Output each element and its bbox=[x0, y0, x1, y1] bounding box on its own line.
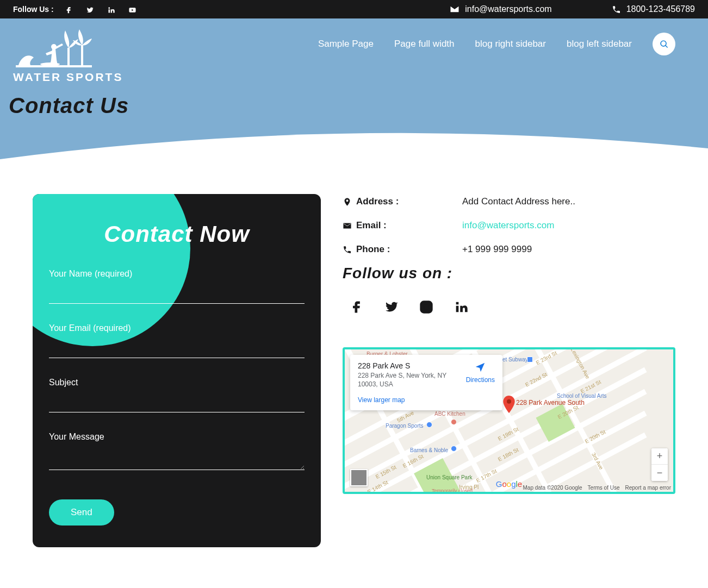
page-title: Contact Us bbox=[0, 84, 708, 118]
contact-form-card: Contact Now Your Name (required) Your Em… bbox=[33, 194, 321, 547]
map-data-attr[interactable]: Map data ©2020 Google bbox=[523, 485, 582, 491]
follow-us-label: Follow Us : bbox=[13, 5, 54, 14]
svg-point-2 bbox=[40, 62, 60, 66]
email-label: Your Email (required) bbox=[49, 323, 305, 333]
map-marker-icon bbox=[343, 197, 352, 207]
view-larger-map-link[interactable]: View larger map bbox=[358, 396, 495, 404]
map-zoom-controls: + − bbox=[651, 448, 668, 481]
email-label: Email : bbox=[356, 220, 387, 231]
phone-label: Phone : bbox=[356, 244, 390, 255]
envelope-icon bbox=[343, 221, 352, 230]
hero-curve bbox=[0, 129, 708, 162]
email-row: Email : info@watersports.com bbox=[343, 220, 675, 231]
youtube-icon[interactable] bbox=[128, 4, 136, 14]
facebook-icon[interactable] bbox=[65, 4, 73, 14]
map-directions-link[interactable]: Directions bbox=[466, 361, 495, 389]
top-social-icons bbox=[65, 4, 136, 14]
nav-page-full-width[interactable]: Page full width bbox=[394, 39, 455, 49]
site-logo[interactable]: WATER SPORTS bbox=[13, 26, 123, 84]
main-nav: Sample Page Page full width blog right s… bbox=[318, 26, 675, 55]
map-zoom-in-button[interactable]: + bbox=[651, 448, 668, 465]
nav-blog-right-sidebar[interactable]: blog right sidebar bbox=[475, 39, 546, 49]
map[interactable]: E 23rd St E 22nd St E 21st St E 20th St … bbox=[343, 347, 675, 494]
message-textarea[interactable] bbox=[49, 451, 305, 470]
hero-section: WATER SPORTS Sample Page Page full width… bbox=[0, 18, 708, 161]
twitter-icon[interactable] bbox=[86, 4, 94, 14]
map-terms-link[interactable]: Terms of Use bbox=[588, 485, 620, 491]
streetview-peg[interactable] bbox=[350, 469, 368, 486]
poi-label: Paragon Sports bbox=[386, 423, 424, 429]
map-pin-icon bbox=[503, 396, 515, 413]
poi-label: Temporarily closed bbox=[432, 488, 473, 493]
directions-icon bbox=[474, 361, 486, 373]
search-icon bbox=[660, 40, 669, 49]
name-input[interactable] bbox=[49, 287, 305, 304]
phone-icon bbox=[343, 245, 352, 254]
top-bar: Follow Us : info@watersports.com 1800-12… bbox=[0, 0, 708, 18]
phone-value: +1 999 999 9999 bbox=[462, 244, 675, 255]
contact-info-column: Address : Add Contact Address here.. Ema… bbox=[343, 194, 675, 494]
nav-row: WATER SPORTS Sample Page Page full width… bbox=[0, 18, 708, 84]
search-button[interactable] bbox=[653, 33, 675, 55]
poi-label: Union Square Park bbox=[426, 474, 473, 480]
twitter-icon[interactable] bbox=[384, 297, 399, 315]
topbar-phone[interactable]: 1800-123-456789 bbox=[612, 4, 695, 14]
address-label: Address : bbox=[356, 196, 399, 207]
poi-label: School of Visual Arts bbox=[557, 393, 607, 399]
email-input[interactable] bbox=[49, 342, 305, 358]
poi-label: ABC Kitchen bbox=[434, 411, 465, 417]
poi-label: Barnes & Noble bbox=[410, 447, 448, 453]
map-zoom-out-button[interactable]: − bbox=[651, 465, 668, 481]
follow-us-heading: Follow us on : bbox=[343, 265, 675, 282]
nav-sample-page[interactable]: Sample Page bbox=[318, 39, 374, 49]
subject-label: Subject bbox=[49, 378, 305, 387]
svg-point-6 bbox=[424, 304, 428, 309]
send-button[interactable]: Send bbox=[49, 499, 114, 526]
map-marker: 228 Park Avenue South bbox=[503, 396, 515, 415]
address-value: Add Contact Address here.. bbox=[462, 196, 675, 207]
logo-graphic bbox=[13, 26, 95, 70]
map-marker-label: 228 Park Avenue South bbox=[516, 399, 585, 406]
subject-input[interactable] bbox=[49, 396, 305, 412]
svg-point-7 bbox=[429, 303, 430, 304]
topbar-right: info@watersports.com 1800-123-456789 bbox=[450, 4, 695, 14]
phone-row: Phone : +1 999 999 9999 bbox=[343, 244, 675, 255]
linkedin-icon[interactable] bbox=[107, 4, 115, 14]
topbar-email-text: info@watersports.com bbox=[465, 4, 551, 14]
phone-icon bbox=[612, 5, 621, 14]
nav-blog-left-sidebar[interactable]: blog left sidebar bbox=[567, 39, 632, 49]
address-row: Address : Add Contact Address here.. bbox=[343, 196, 675, 207]
map-attribution: Map data ©2020 Google Terms of Use Repor… bbox=[523, 485, 671, 491]
social-links-large bbox=[343, 297, 675, 315]
svg-rect-4 bbox=[81, 45, 83, 65]
email-link[interactable]: info@watersports.com bbox=[462, 220, 675, 231]
name-label: Your Name (required) bbox=[49, 269, 305, 279]
map-report-link[interactable]: Report a map error bbox=[625, 485, 671, 491]
linkedin-icon[interactable] bbox=[454, 297, 469, 315]
envelope-icon bbox=[450, 4, 459, 14]
message-label: Your Message bbox=[49, 432, 305, 442]
map-info-title: 228 Park Ave S bbox=[358, 361, 458, 370]
map-info-card: 228 Park Ave S 228 Park Ave S, New York,… bbox=[350, 355, 502, 410]
facebook-icon[interactable] bbox=[349, 297, 364, 315]
topbar-email[interactable]: info@watersports.com bbox=[450, 4, 551, 14]
google-logo: Google bbox=[496, 479, 522, 489]
instagram-icon[interactable] bbox=[419, 297, 434, 315]
contact-form-title: Contact Now bbox=[49, 221, 305, 247]
poi-label: et Subway bbox=[502, 356, 528, 362]
svg-rect-3 bbox=[67, 48, 70, 65]
topbar-phone-text: 1800-123-456789 bbox=[626, 4, 695, 14]
map-info-address: 228 Park Ave S, New York, NY 10003, USA bbox=[358, 372, 458, 389]
topbar-left: Follow Us : bbox=[13, 4, 136, 14]
logo-text: WATER SPORTS bbox=[13, 71, 123, 84]
svg-point-8 bbox=[507, 399, 511, 403]
main-content: Contact Now Your Name (required) Your Em… bbox=[0, 161, 708, 580]
